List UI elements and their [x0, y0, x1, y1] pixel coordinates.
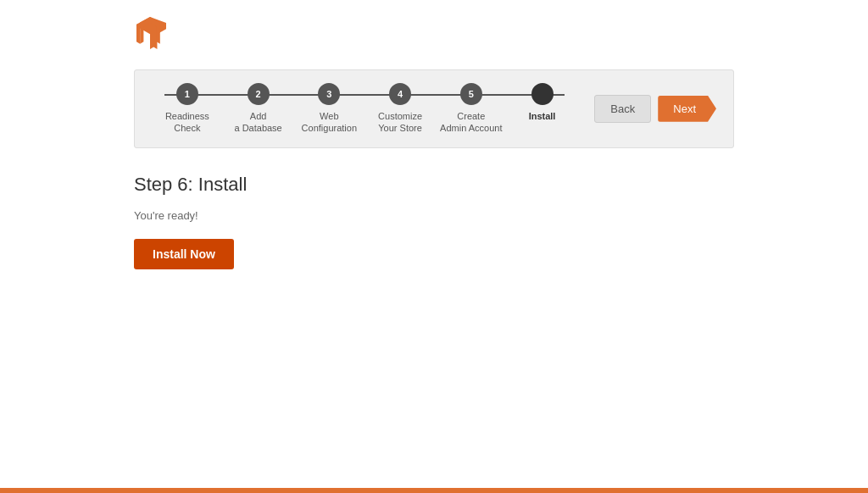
- step-label-4: CustomizeYour Store: [378, 110, 422, 135]
- step-circle-3: 3: [318, 83, 340, 105]
- step-label-5: CreateAdmin Account: [440, 110, 502, 135]
- step-item-1[interactable]: 1 ReadinessCheck: [152, 83, 223, 135]
- step-circle-4: 4: [389, 83, 411, 105]
- main-content: Step 6: Install You're ready! Install No…: [0, 148, 868, 269]
- step-label-2: Adda Database: [234, 110, 281, 135]
- step-label-3: WebConfiguration: [302, 110, 357, 135]
- nav-buttons: Back Next: [594, 95, 716, 123]
- step-title: Step 6: Install: [134, 174, 868, 196]
- step-circle-6: [531, 83, 554, 105]
- step-circle-1: 1: [176, 83, 198, 105]
- step-circle-5: 5: [460, 83, 482, 105]
- install-now-button[interactable]: Install Now: [134, 239, 234, 269]
- page-wrapper: 1 ReadinessCheck 2 Adda Database 3 WebCo…: [0, 0, 868, 493]
- ready-text: You're ready!: [134, 209, 868, 222]
- step-item-2[interactable]: 2 Adda Database: [223, 83, 294, 135]
- step-circle-2: 2: [248, 83, 270, 105]
- logo-area: [0, 0, 868, 61]
- back-button[interactable]: Back: [594, 95, 651, 123]
- steps-track: 1 ReadinessCheck 2 Adda Database 3 WebCo…: [152, 83, 577, 135]
- step-item-5[interactable]: 5 CreateAdmin Account: [436, 83, 507, 135]
- step-label-6: Install: [529, 110, 556, 122]
- magento-logo: [134, 17, 166, 49]
- step-item-4[interactable]: 4 CustomizeYour Store: [364, 83, 436, 135]
- next-button[interactable]: Next: [658, 96, 716, 122]
- step-label-1: ReadinessCheck: [165, 110, 209, 135]
- wizard-container: 1 ReadinessCheck 2 Adda Database 3 WebCo…: [134, 69, 734, 148]
- bottom-bar: [0, 488, 868, 493]
- step-item-3[interactable]: 3 WebConfiguration: [293, 83, 364, 135]
- step-item-6[interactable]: Install: [507, 83, 578, 122]
